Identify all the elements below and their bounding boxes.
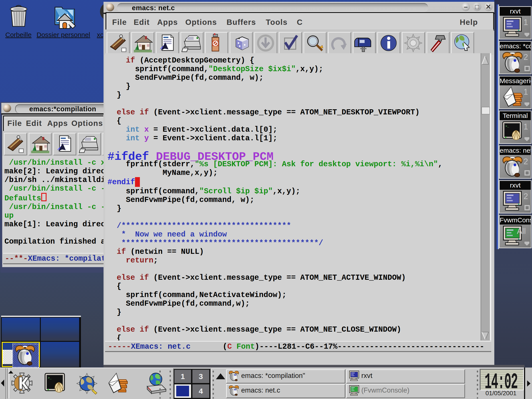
svg-text:>_: >_: [505, 125, 509, 128]
svg-text:>_: >_: [48, 376, 52, 380]
